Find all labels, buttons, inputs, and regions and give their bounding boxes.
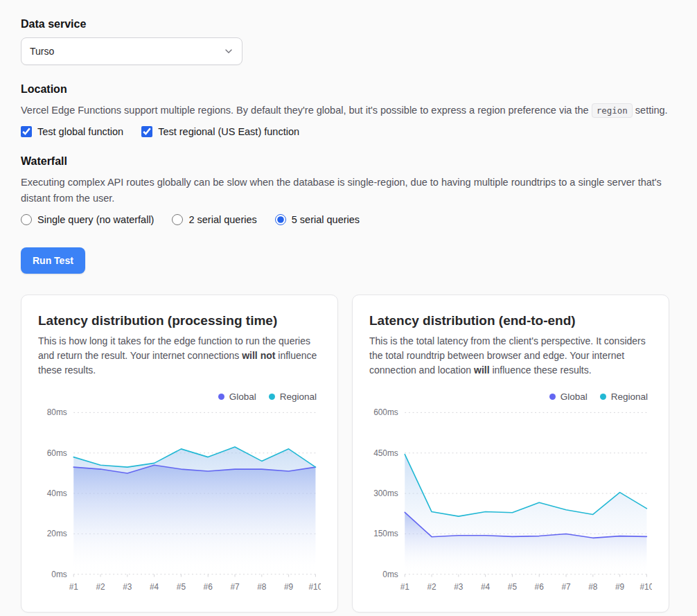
svg-text:#4: #4: [150, 582, 159, 592]
location-description-text-2: setting.: [633, 105, 668, 116]
svg-text:#7: #7: [230, 582, 239, 592]
regional-dot-icon: [600, 394, 606, 400]
legend-global-label: Global: [561, 391, 588, 402]
legend-global-label: Global: [229, 391, 256, 402]
regional-dot-icon: [269, 394, 275, 400]
global-dot-icon: [218, 394, 224, 400]
svg-text:#10: #10: [640, 582, 652, 592]
radio-5-serial-queries-label: 5 serial queries: [292, 214, 360, 225]
svg-text:#5: #5: [508, 582, 518, 592]
card-processing-time: Latency distribution (processing time) T…: [21, 294, 338, 613]
svg-text:#9: #9: [615, 582, 625, 592]
location-section: Location Vercel Edge Functions support m…: [21, 83, 669, 137]
two-serial-radio-input[interactable]: [172, 214, 183, 225]
location-checkbox-row: Test global function Test regional (US E…: [21, 126, 669, 137]
svg-text:#7: #7: [561, 582, 570, 592]
data-service-heading: Data service: [21, 18, 669, 30]
svg-text:#1: #1: [69, 582, 79, 592]
svg-text:600ms: 600ms: [373, 408, 398, 418]
e2e-chart-description: This is the total latency from the clien…: [369, 334, 652, 378]
location-description-text: Vercel Edge Functions support multiple r…: [21, 105, 592, 116]
svg-text:#6: #6: [535, 582, 545, 592]
latency-e2e-chart: 0ms150ms300ms450ms600ms#1#2#3#4#5#6#7#8#…: [369, 405, 652, 602]
svg-text:60ms: 60ms: [47, 448, 67, 458]
global-dot-icon: [549, 394, 556, 400]
waterfall-radio-row: Single query (no waterfall) 2 serial que…: [21, 214, 669, 225]
svg-text:#9: #9: [284, 582, 294, 592]
svg-text:#6: #6: [204, 582, 213, 592]
svg-text:450ms: 450ms: [373, 448, 398, 458]
processing-chart-title: Latency distribution (processing time): [38, 313, 321, 328]
checkbox-test-regional-label: Test regional (US East) function: [158, 126, 299, 137]
test-global-checkbox-input[interactable]: [21, 126, 32, 137]
processing-desc-bold: will not: [242, 350, 275, 361]
svg-text:#8: #8: [588, 582, 598, 592]
radio-2-serial-queries[interactable]: 2 serial queries: [172, 214, 256, 225]
svg-text:0ms: 0ms: [382, 570, 398, 579]
svg-text:#1: #1: [400, 582, 410, 592]
waterfall-section: Waterfall Executing complex API routes g…: [21, 155, 669, 225]
waterfall-heading: Waterfall: [21, 155, 669, 168]
data-service-select[interactable]: Turso: [21, 37, 242, 65]
svg-text:#2: #2: [427, 582, 436, 592]
waterfall-description: Executing complex API routes globally ca…: [21, 175, 669, 206]
test-regional-checkbox-input[interactable]: [141, 126, 152, 137]
legend-item-global: Global: [218, 391, 256, 402]
checkbox-test-global[interactable]: Test global function: [21, 126, 123, 137]
run-test-button[interactable]: Run Test: [21, 247, 85, 274]
legend-regional-label: Regional: [611, 391, 648, 402]
page: Data service Turso Location Vercel Edge …: [0, 0, 697, 616]
checkbox-test-regional[interactable]: Test regional (US East) function: [141, 126, 299, 137]
processing-chart-legend: Global Regional: [38, 391, 317, 402]
location-description: Vercel Edge Functions support multiple r…: [21, 103, 669, 118]
svg-text:#5: #5: [177, 582, 186, 592]
chevron-down-icon: [224, 46, 233, 56]
charts-row: Latency distribution (processing time) T…: [21, 294, 669, 613]
legend-item-regional: Regional: [269, 391, 317, 402]
data-service-selected-value: Turso: [30, 46, 54, 57]
region-code-chip: region: [592, 103, 633, 118]
svg-text:20ms: 20ms: [47, 529, 67, 539]
legend-regional-label: Regional: [280, 391, 317, 402]
radio-single-query-label: Single query (no waterfall): [37, 214, 154, 225]
checkbox-test-global-label: Test global function: [37, 126, 123, 137]
svg-text:300ms: 300ms: [373, 489, 398, 498]
e2e-desc-bold: will: [474, 364, 490, 376]
processing-chart-description: This is how long it takes for the edge f…: [38, 334, 321, 378]
latency-processing-chart: 0ms20ms40ms60ms80ms#1#2#3#4#5#6#7#8#9#10: [38, 405, 321, 602]
e2e-chart-legend: Global Regional: [369, 391, 648, 402]
data-service-section: Data service Turso: [21, 18, 669, 65]
svg-text:0ms: 0ms: [51, 570, 67, 579]
e2e-chart-title: Latency distribution (end-to-end): [369, 313, 652, 328]
svg-text:#2: #2: [96, 582, 105, 592]
radio-2-serial-queries-label: 2 serial queries: [188, 214, 256, 225]
five-serial-radio-input[interactable]: [275, 214, 286, 225]
e2e-desc-text-2: influence these results.: [490, 364, 592, 376]
svg-text:#8: #8: [257, 582, 267, 592]
location-heading: Location: [21, 83, 669, 96]
svg-text:#4: #4: [481, 582, 491, 592]
radio-single-query[interactable]: Single query (no waterfall): [21, 214, 154, 225]
svg-text:#3: #3: [454, 582, 464, 592]
legend-item-global: Global: [549, 391, 588, 402]
svg-text:#3: #3: [123, 582, 132, 592]
svg-text:80ms: 80ms: [47, 408, 67, 418]
card-end-to-end: Latency distribution (end-to-end) This i…: [352, 294, 669, 613]
svg-text:150ms: 150ms: [373, 529, 398, 539]
svg-text:#10: #10: [309, 582, 321, 592]
svg-text:40ms: 40ms: [47, 489, 67, 498]
legend-item-regional: Regional: [600, 391, 648, 402]
radio-5-serial-queries[interactable]: 5 serial queries: [275, 214, 360, 225]
single-query-radio-input[interactable]: [21, 214, 32, 225]
